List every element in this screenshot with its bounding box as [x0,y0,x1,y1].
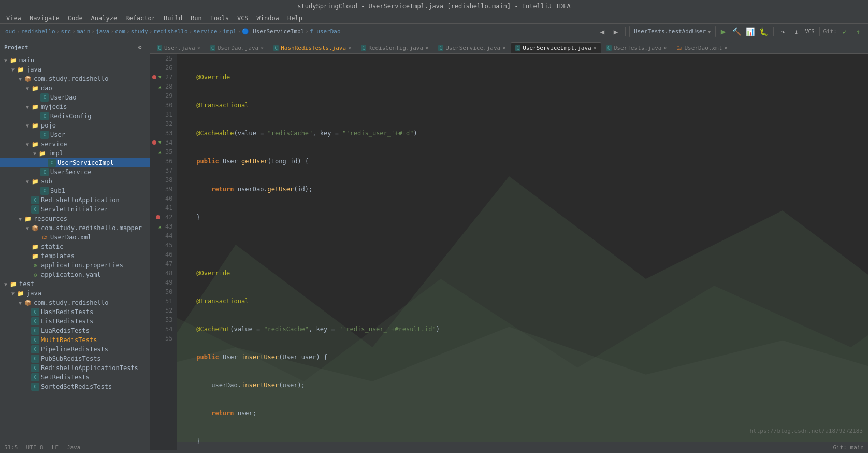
tree-item-redisconfig[interactable]: C RedisConfig [0,111,150,121]
tab-redisconfig[interactable]: C RedisConfig.java × [356,42,433,53]
sidebar-settings-icon[interactable]: ⚙ [134,41,146,53]
tree-item-sub1[interactable]: C Sub1 [0,186,150,195]
menu-window[interactable]: Window [253,13,283,23]
bc-com[interactable]: com [115,28,125,35]
tab-close-redisconfig[interactable]: × [425,45,428,51]
menu-analyze[interactable]: Analyze [87,13,122,23]
bc-study[interactable]: study [131,28,148,35]
tree-item-test-java[interactable]: ▼ 📁 java [0,289,150,298]
tree-item-static[interactable]: 📁 static [0,242,150,251]
tab-userdao-xml[interactable]: 🗂 UserDao.xml × [672,42,732,53]
java-class-icon: C [31,317,39,325]
menu-code[interactable]: Code [64,13,87,23]
tree-item-userdao-xml[interactable]: 🗂 UserDao.xml [0,233,150,242]
bc-service[interactable]: service [193,28,217,35]
tree-item-userserviceimpl[interactable]: C UserServiceImpl [0,158,150,167]
tree-item-resources[interactable]: ▼ 📁 resources [0,214,150,223]
tree-item-app-yaml[interactable]: ⚙ application.yaml [0,270,150,279]
forward-button[interactable]: ▶ [610,26,621,37]
tree-item-luaredistests[interactable]: C LuaRedisTests [0,326,150,335]
tree-item-sub[interactable]: ▼ 📁 sub [0,177,150,186]
git-update-button[interactable]: ↑ [852,26,864,37]
run-config-selector[interactable]: UserTests.testAddUser ▼ [629,26,716,37]
tree-item-redishelloapptests[interactable]: C RedishelloApplicationTests [0,363,150,373]
folder-icon: 📁 [38,149,47,158]
tab-usertests[interactable]: C UserTests.java × [602,42,672,53]
bc-main[interactable]: main [77,28,91,35]
tree-item-redishelloapplication[interactable]: C RedishelloApplication [0,195,150,205]
tree-item-templates[interactable]: 📁 templates [0,251,150,261]
tree-item-servletinitializer[interactable]: C ServletInitializer [0,205,150,214]
tree-item-userdao[interactable]: C UserDao [0,93,150,102]
vcs-button[interactable]: VCS [804,26,816,37]
tree-item-myjedis[interactable]: ▼ 📁 myjedis [0,102,150,111]
bc-userserviceimpl[interactable]: 🔵 UserServiceImpl [242,28,304,35]
breakpoint-42[interactable] [156,215,160,219]
tree-item-hashredistests[interactable]: C HashRedisTests [0,307,150,317]
code-editor[interactable]: @Override @Transactional @Cacheable(valu… [177,54,868,450]
gutter-icon-34: ▼ [158,138,161,147]
tree-item-mapper-pkg[interactable]: ▼ 📦 com.study.redishello.mapper [0,223,150,233]
tree-item-listredistests[interactable]: C ListRedisTests [0,317,150,326]
tree-item-test-package[interactable]: ▼ 📦 com.study.redishello [0,298,150,307]
menu-tools[interactable]: Tools [206,13,233,23]
bc-redishello2[interactable]: redishello [153,28,187,35]
menu-vcs[interactable]: VCS [233,13,253,23]
tree-item-sortedsetredistests[interactable]: C SortedSetRedisTests [0,382,150,391]
bc-redishello[interactable]: redishello [21,28,55,35]
tab-label: UserService.java [445,45,500,51]
menu-build[interactable]: Build [160,13,186,23]
tree-item-app-props[interactable]: ⚙ application.properties [0,261,150,270]
tree-item-service[interactable]: ▼ 📁 service [0,139,150,149]
bc-userdao[interactable]: f userDao [310,28,341,35]
tree-item-java[interactable]: ▼ 📁 java [0,65,150,74]
step-into-button[interactable]: ↓ [791,26,802,37]
tree-item-userservice[interactable]: C UserService [0,167,150,177]
editor-content[interactable]: 25 26 ▼ 27 ▲ 28 29 30 [150,54,868,450]
tab-userdao-java[interactable]: C UserDao.java × [206,42,269,53]
tree-item-impl[interactable]: ▼ 📁 impl [0,149,150,158]
run-button[interactable]: ▶ [718,26,729,37]
tab-close-userservice[interactable]: × [502,45,505,51]
tree-item-main[interactable]: ▼ 📁 main [0,55,150,65]
coverage-button[interactable]: 📊 [745,26,756,37]
build-button[interactable]: 🔨 [731,26,743,37]
debug-button[interactable]: 🐛 [758,26,770,37]
tab-close-userdao-xml[interactable]: × [724,45,727,51]
tab-userservice[interactable]: C UserService.java × [433,42,510,53]
tab-hashredis[interactable]: C HashRedisTests.java × [269,42,356,53]
bc-src[interactable]: src [61,28,71,35]
back-button[interactable]: ◀ [597,26,608,37]
menu-refactor[interactable]: Refactor [121,13,160,23]
menu-run[interactable]: Run [186,13,206,23]
tree-item-setredistests[interactable]: C SetRedisTests [0,373,150,382]
breakpoint-34[interactable] [152,140,156,145]
tree-item-pubsubredistests[interactable]: C PubSubRedisTests [0,354,150,363]
tab-close-usertests[interactable]: × [663,45,667,51]
step-over-button[interactable]: ↷ [777,26,789,37]
breakpoint-27[interactable] [152,75,156,79]
menu-view[interactable]: View [2,13,25,23]
menu-help[interactable]: Help [283,13,307,23]
tab-icon-userdao: C [210,45,215,51]
tree-item-pipelineredistests[interactable]: C PipelineRedisTests [0,345,150,354]
tree-item-package[interactable]: ▼ 📦 com.study.redishello [0,74,150,83]
tree-item-dao[interactable]: ▼ 📁 dao [0,83,150,93]
tab-userserviceimpl[interactable]: C UserServiceImpl.java × [511,42,601,53]
tab-close-user[interactable]: × [197,45,200,51]
tree-item-pojo[interactable]: ▼ 📁 pojo [0,121,150,130]
bc-oud[interactable]: oud [5,28,16,35]
menu-navigate[interactable]: Navigate [25,13,64,23]
bc-impl[interactable]: impl [223,28,237,35]
tab-close-userserviceimpl[interactable]: × [594,45,597,51]
tree-item-user[interactable]: C User [0,130,150,139]
tree-label: application.properties [41,262,123,269]
tree-item-multiredistests[interactable]: C MultiRedisTests [0,335,150,345]
tab-user-java[interactable]: C User.java × [152,42,205,53]
tree-label: UserDao.xml [50,234,91,241]
tab-close-hashredis[interactable]: × [348,45,351,51]
tab-close-userdao[interactable]: × [261,45,264,51]
bc-java[interactable]: java [96,28,110,35]
git-commit-button[interactable]: ✓ [839,26,850,37]
tree-item-test[interactable]: ▼ 📁 test [0,279,150,289]
